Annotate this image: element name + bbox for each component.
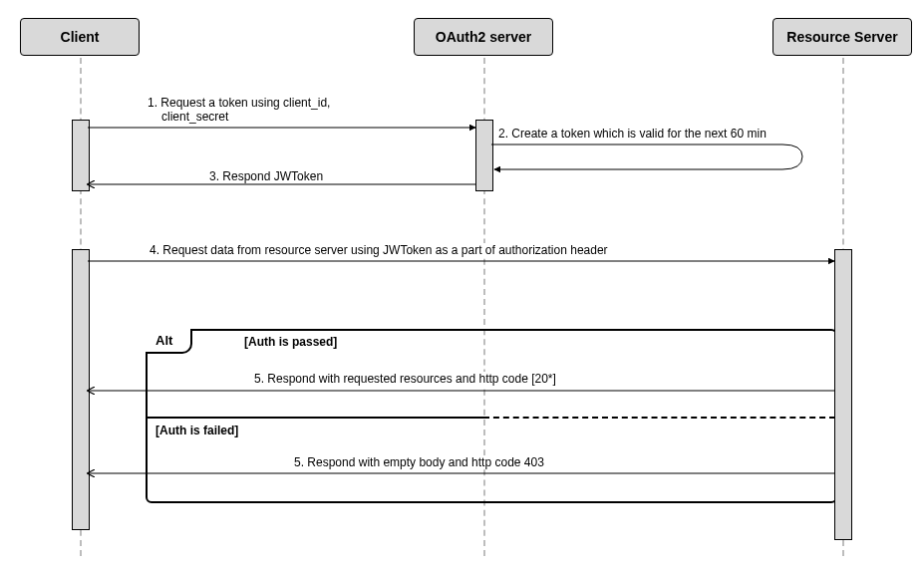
alt-divider-dashed: [483, 417, 835, 419]
participant-resource: Resource Server: [772, 18, 912, 56]
msg-request-token-line1: 1. Request a token using client_id,: [148, 96, 330, 110]
participant-client: Client: [20, 18, 140, 56]
alt-divider-solid: [148, 417, 483, 419]
activation-client-1: [72, 120, 90, 191]
activation-client-2: [72, 249, 90, 530]
msg-respond-jwt: 3. Respond JWToken: [209, 169, 323, 183]
guard-pass: [Auth is passed]: [244, 335, 337, 349]
activation-oauth-1: [475, 120, 493, 191]
participant-oauth: OAuth2 server: [414, 18, 553, 56]
activation-resource-1: [834, 249, 852, 540]
msg-respond-fail: 5. Respond with empty body and http code…: [294, 455, 544, 469]
alt-operator-tab: Alt: [146, 329, 192, 354]
msg-request-token: 1. Request a token using client_id, clie…: [148, 96, 330, 124]
guard-fail: [Auth is failed]: [155, 424, 238, 437]
msg-respond-success: 5. Respond with requested resources and …: [254, 372, 556, 386]
msg-create-token: 2. Create a token which is valid for the…: [498, 127, 767, 141]
msg-request-data: 4. Request data from resource server usi…: [150, 243, 608, 257]
msg-request-token-line2: client_secret: [148, 110, 228, 124]
